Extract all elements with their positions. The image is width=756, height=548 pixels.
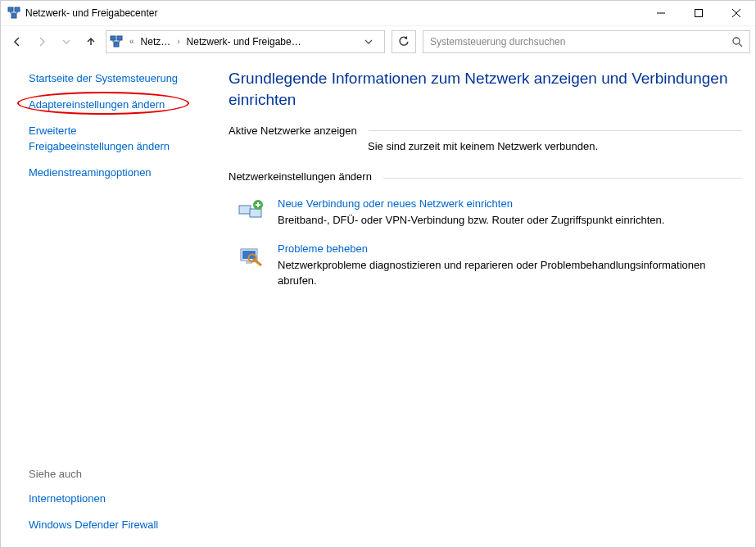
change-settings-label: Netzwerkeinstellungen ändern	[229, 170, 372, 183]
task-new-connection-link[interactable]: Neue Verbindung oder neues Netzwerk einr…	[278, 197, 513, 210]
sidebar-link-firewall[interactable]: Windows Defender Firewall	[29, 518, 206, 532]
chevron-right-icon[interactable]: ›	[175, 37, 181, 46]
sidebar-link-sharing-line1: Erweiterte	[29, 125, 77, 137]
svg-rect-0	[8, 7, 13, 11]
section-active-networks: Aktive Netzwerke anzeigen	[229, 125, 742, 137]
divider	[369, 130, 742, 131]
refresh-button[interactable]	[392, 30, 416, 53]
sidebar-see-also: Siehe auch Internetoptionen Windows Defe…	[29, 468, 206, 537]
task-troubleshoot-link[interactable]: Probleme beheben	[278, 242, 368, 255]
breadcrumb-item-1[interactable]: Netz…	[141, 36, 171, 48]
close-button[interactable]	[718, 1, 755, 25]
sidebar-link-adapter[interactable]: Adaptereinstellungen ändern	[29, 97, 206, 112]
svg-rect-5	[117, 36, 122, 40]
new-connection-icon	[237, 197, 265, 225]
content-area: Startseite der Systemsteuerung Adapterei…	[1, 57, 755, 547]
svg-rect-4	[111, 36, 115, 40]
sidebar-link-media[interactable]: Medienstreamingoptionen	[29, 165, 206, 180]
task-new-connection-desc: Breitband-, DFÜ- oder VPN-Verbindung bzw…	[278, 213, 742, 228]
svg-rect-1	[15, 7, 20, 11]
search-icon[interactable]	[731, 36, 743, 48]
sidebar: Startseite der Systemsteuerung Adapterei…	[1, 57, 214, 547]
window-controls	[642, 1, 755, 25]
up-button[interactable]	[79, 30, 102, 53]
breadcrumb-separator-icon[interactable]: «	[128, 37, 136, 46]
address-icon	[110, 35, 123, 48]
section-change-settings: Netzwerkeinstellungen ändern	[229, 170, 742, 186]
maximize-button[interactable]	[680, 1, 718, 25]
address-bar[interactable]: « Netz… › Netzwerk- und Freigabe…	[106, 30, 385, 53]
troubleshoot-icon	[237, 242, 265, 270]
active-networks-label: Aktive Netzwerke anzeigen	[229, 125, 357, 137]
sidebar-link-sharing[interactable]: Erweiterte Freigabeeinstellungen ändern	[29, 124, 206, 153]
app-icon	[7, 7, 20, 20]
sidebar-link-sharing-line2: Freigabeeinstellungen ändern	[29, 140, 170, 152]
svg-rect-9	[250, 209, 261, 217]
svg-rect-8	[239, 206, 251, 214]
task-new-connection: Neue Verbindung oder neues Netzwerk einr…	[237, 197, 742, 228]
window-title: Netzwerk- und Freigabecenter	[25, 7, 157, 19]
svg-rect-6	[114, 43, 119, 47]
breadcrumb-item-2[interactable]: Netzwerk- und Freigabe…	[187, 36, 301, 48]
recent-dropdown[interactable]	[55, 30, 78, 53]
minimize-button[interactable]	[642, 1, 680, 25]
main-panel: Grundlegende Informationen zum Netzwerk …	[214, 57, 755, 547]
search-input[interactable]	[430, 36, 731, 48]
divider	[383, 178, 742, 179]
see-also-label: Siehe auch	[29, 468, 206, 480]
svg-point-7	[733, 38, 740, 44]
address-dropdown-icon[interactable]	[364, 38, 381, 46]
svg-rect-3	[695, 10, 703, 17]
page-heading: Grundlegende Informationen zum Netzwerk …	[229, 68, 742, 110]
forward-button[interactable]	[30, 30, 53, 53]
sidebar-link-internet-options[interactable]: Internetoptionen	[29, 491, 206, 506]
toolbar: « Netz… › Netzwerk- und Freigabe…	[1, 25, 755, 57]
back-button[interactable]	[6, 30, 29, 53]
search-box[interactable]	[423, 30, 750, 53]
sidebar-link-adapter-label: Adaptereinstellungen ändern	[29, 98, 165, 111]
svg-rect-2	[11, 14, 16, 18]
task-troubleshoot-desc: Netzwerkprobleme diagnostizieren und rep…	[278, 258, 742, 288]
task-troubleshoot: Probleme beheben Netzwerkprobleme diagno…	[237, 242, 742, 288]
active-networks-status: Sie sind zurzeit mit keinem Netzwerk ver…	[368, 140, 742, 152]
title-bar: Netzwerk- und Freigabecenter	[1, 1, 755, 25]
sidebar-link-home[interactable]: Startseite der Systemsteuerung	[29, 71, 206, 86]
